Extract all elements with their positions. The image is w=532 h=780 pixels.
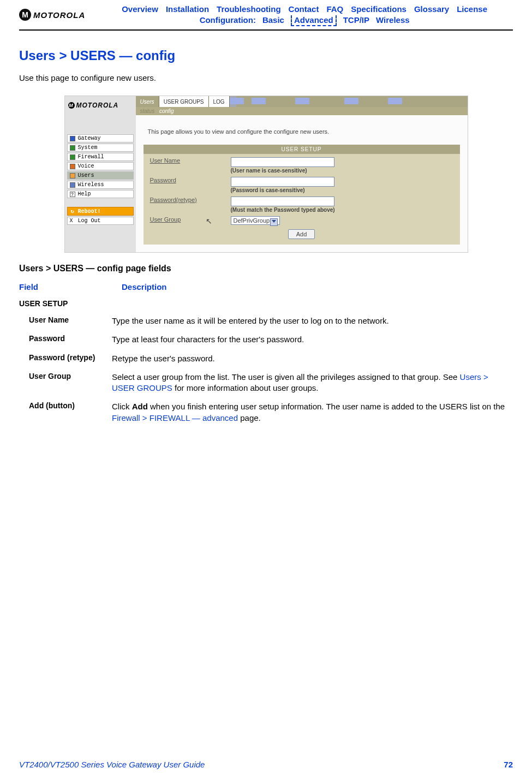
field-name: Password [19,334,112,345]
field-desc: Select a user group from the list. The u… [112,372,513,394]
password-label: Password [150,177,221,193]
sidebar-item-label: Firewall [78,154,104,160]
square-icon [70,164,75,169]
sidebar-item-system[interactable]: System [67,144,134,152]
nav-license[interactable]: License [457,4,487,14]
add-button[interactable]: Add [288,229,315,239]
screenshot-body-text: This page allows you to view and configu… [144,123,460,145]
nav-advanced-label: Advanced [294,15,333,25]
panel-header: USER SETUP [144,145,460,154]
field-name: Add (button) [19,401,112,424]
sidebar-item-firewall[interactable]: Firewall [67,153,134,161]
nav-configuration-label: Configuration: [200,15,256,26]
square-icon [70,136,75,141]
password-hint: (Password is case-sensitive) [231,187,453,193]
square-icon [70,182,75,188]
sidebar-item-label: Reboot! [78,209,101,215]
password-retype-label: Password(retype) [150,197,221,213]
sidebar-item-label: System [78,145,98,151]
chevron-down-icon [272,220,276,223]
nav-contact[interactable]: Contact [289,4,319,14]
field-name: User Name [19,315,112,326]
desc-text: Click [112,402,132,411]
square-icon [70,145,75,151]
desc-text: for more information about user groups. [172,383,319,392]
brand-word: MOTOROLA [33,10,85,20]
field-row-user-group: User Group Select a user group from the … [19,372,513,394]
nav-glossary[interactable]: Glossary [414,4,449,14]
fields-section-header: USER SETUP [19,299,513,308]
top-nav: M MOTOROLA Overview Installation Trouble… [19,0,513,26]
intro-text: Use this page to configure new users. [19,73,513,82]
field-desc: Type at least four characters for the us… [112,334,513,345]
sidebar-item-help[interactable]: ?Help [67,190,134,198]
sidebar-item-label: Help [78,191,91,197]
nav-advanced-active[interactable]: Advanced [291,15,337,26]
subtab-status[interactable]: status [140,108,155,114]
brand-logo: M MOTOROLA [19,9,85,21]
link-firewall-advanced[interactable]: Firewall > FIREWALL — advanced [112,413,238,422]
field-row-password: Password Type at least four characters f… [19,334,513,345]
page-title: Users > USERS — config [19,48,513,63]
desc-text: when you finish entering user setup info… [148,402,505,411]
tab-decoration [230,96,468,107]
question-icon: ? [70,192,75,197]
sidebar-item-voice[interactable]: Voice [67,162,134,170]
field-name: User Group [19,372,112,394]
screenshot-tabs: Users USER GROUPS LOG [136,96,468,107]
desc-bold: Add [132,402,148,411]
field-desc: Click Add when you finish entering user … [112,401,513,424]
nav-specifications[interactable]: Specifications [351,4,407,14]
screenshot-brand-icon: M [68,102,75,109]
nav-basic[interactable]: Basic [262,15,284,26]
sidebar-item-label: Wireless [78,182,104,188]
tab-user-groups[interactable]: USER GROUPS [159,96,209,107]
nav-installation[interactable]: Installation [166,4,209,14]
password-retype-hint: (Must match the Password typed above) [231,207,453,213]
field-desc: Type the user name as it will be entered… [112,315,513,326]
tab-log[interactable]: LOG [209,96,230,107]
nav-troubleshooting[interactable]: Troubleshooting [217,4,281,14]
nav-wireless[interactable]: Wireless [376,15,410,26]
desc-text: page. [238,413,261,422]
field-desc: Retype the user's password. [112,353,513,364]
password-input[interactable] [231,177,334,187]
username-input[interactable] [231,157,334,167]
cursor-icon: ↖ [206,217,212,225]
fields-header-desc: Description [122,282,167,291]
sidebar-item-label: Voice [78,163,94,169]
close-icon: X [70,218,75,224]
sidebar-item-users[interactable]: Users [67,171,134,180]
field-row-username: User Name Type the user name as it will … [19,315,513,326]
nav-overview[interactable]: Overview [122,4,158,14]
field-row-password-retype: Password (retype) Retype the user's pass… [19,353,513,364]
nav-tcpip[interactable]: TCP/IP [343,15,369,26]
sidebar-item-wireless[interactable]: Wireless [67,181,134,189]
brand-mark-icon: M [19,9,31,21]
sidebar-item-label: Users [78,172,94,178]
embedded-screenshot: M MOTOROLA Gateway System Firewall Voice… [64,96,468,253]
user-group-select[interactable]: DefPrivGroup [231,216,280,225]
field-name: Password (retype) [19,353,112,364]
screenshot-subtabs: status config [136,107,468,115]
square-icon [70,154,75,160]
fields-header-field: Field [19,282,122,291]
square-icon [70,173,75,178]
footer-page-number: 72 [504,760,513,769]
user-setup-panel: USER SETUP User Name (User name is case-… [144,145,460,245]
reboot-icon: ↻ [70,208,75,215]
tab-users[interactable]: Users [136,96,159,107]
page-footer: VT2400/VT2500 Series Voice Gateway User … [19,760,513,769]
sidebar-item-gateway[interactable]: Gateway [67,134,134,142]
sidebar-reboot-button[interactable]: ↻Reboot! [67,207,134,216]
desc-text: Select a user group from the list. The u… [112,372,460,382]
sidebar-logout-button[interactable]: XLog Out [67,217,134,225]
fields-title: Users > USERS — config page fields [19,264,513,273]
sidebar-item-label: Log Out [78,218,101,224]
nav-faq[interactable]: FAQ [326,4,343,14]
password-retype-input[interactable] [231,197,334,206]
screenshot-brand-word: MOTOROLA [76,102,119,109]
footer-doc-title: VT2400/VT2500 Series Voice Gateway User … [19,760,205,769]
subtab-config[interactable]: config [159,108,174,114]
field-row-add-button: Add (button) Click Add when you finish e… [19,401,513,424]
